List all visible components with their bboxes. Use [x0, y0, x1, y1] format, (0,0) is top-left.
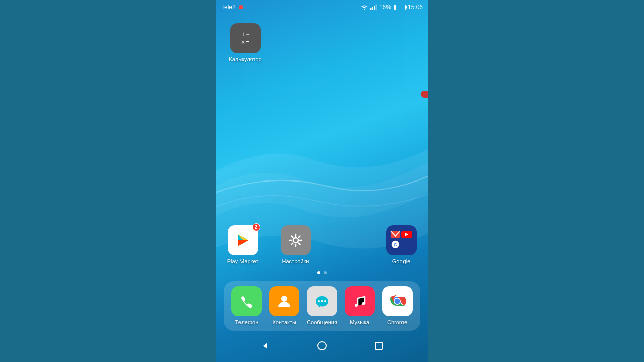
svg-point-17 — [321, 300, 323, 302]
back-icon — [260, 341, 270, 351]
google-label: Google — [392, 258, 410, 265]
recents-icon — [374, 341, 383, 350]
svg-rect-3 — [374, 6, 375, 10]
main-apps-row: 2 Play Маркет — [221, 225, 423, 265]
calc-times: × — [241, 39, 245, 46]
play-market-icon[interactable]: 2 — [228, 225, 258, 255]
edge-notification-dot — [421, 90, 428, 98]
messages-label: Сообщения — [307, 319, 337, 326]
music-label: Музыка — [350, 319, 369, 326]
carrier-name: Tele2 — [221, 4, 236, 11]
top-icons-area: + − × = Калькулятор — [216, 14, 428, 63]
right-panel — [428, 0, 644, 362]
svg-point-20 — [362, 302, 365, 305]
home-content: + − × = Калькулятор 2 — [216, 14, 428, 362]
contacts-icon-svg — [275, 292, 293, 310]
nav-bar — [221, 335, 423, 357]
wifi-icon — [360, 4, 368, 10]
svg-rect-4 — [375, 4, 377, 10]
music-icon[interactable] — [345, 286, 375, 316]
phone-icon-svg — [237, 292, 256, 310]
calculator-icon-grid: + − × = — [237, 27, 253, 50]
svg-point-9 — [293, 238, 298, 243]
signal-icon — [370, 4, 377, 10]
app-phone[interactable]: Телефон — [228, 286, 266, 326]
back-button[interactable] — [258, 338, 273, 353]
messages-icon-svg — [313, 292, 331, 310]
app-music[interactable]: Музыка — [341, 286, 378, 326]
svg-point-18 — [324, 300, 326, 302]
svg-rect-2 — [372, 7, 373, 11]
svg-point-26 — [318, 342, 326, 350]
app-google[interactable]: G Google — [382, 225, 420, 265]
battery-fill — [395, 5, 396, 10]
play-market-label: Play Маркет — [227, 258, 259, 265]
svg-rect-1 — [370, 8, 372, 10]
svg-point-24 — [394, 298, 400, 304]
app-chrome[interactable]: Chrome — [378, 286, 416, 326]
play-market-badge: 2 — [252, 223, 260, 231]
app-play-market[interactable]: 2 Play Маркет — [224, 225, 262, 265]
calculator-icon[interactable]: + − × = — [230, 23, 261, 53]
page-dot-1 — [317, 271, 320, 274]
page-indicators — [221, 271, 423, 274]
svg-rect-27 — [375, 342, 382, 349]
settings-label: Настройки — [282, 258, 309, 265]
settings-icon[interactable] — [281, 225, 311, 255]
google-icon-svg: G — [389, 228, 414, 253]
status-right: 16% 15:06 — [360, 4, 423, 11]
dock-area: 2 Play Маркет — [216, 225, 428, 362]
home-button[interactable] — [314, 338, 330, 353]
settings-icon-svg — [287, 231, 305, 249]
home-icon — [316, 340, 328, 351]
calc-minus: − — [246, 31, 250, 38]
phone-frame: Tele2 16% 15:06 — [216, 0, 428, 362]
middle-space — [216, 63, 428, 225]
app-contacts[interactable]: Контакты — [266, 286, 303, 326]
messages-icon[interactable] — [307, 286, 337, 316]
left-panel — [0, 0, 216, 362]
svg-point-19 — [355, 304, 358, 307]
carrier-notification — [239, 5, 243, 9]
clock: 15:06 — [408, 4, 423, 11]
google-icon[interactable]: G — [386, 225, 417, 255]
calc-plus: + — [241, 31, 245, 38]
svg-text:G: G — [393, 242, 397, 247]
svg-marker-7 — [238, 240, 248, 246]
battery-icon — [394, 5, 406, 10]
bottom-dock: Телефон Контакты — [224, 281, 420, 331]
chrome-icon-svg — [387, 291, 408, 311]
svg-point-15 — [281, 296, 287, 302]
calculator-label: Калькулятор — [229, 56, 261, 63]
app-messages[interactable]: Сообщения — [303, 286, 341, 326]
status-left: Tele2 — [221, 4, 243, 11]
chrome-icon[interactable] — [382, 286, 413, 316]
contacts-icon[interactable] — [269, 286, 299, 316]
app-settings[interactable]: Настройки — [277, 225, 314, 265]
svg-marker-25 — [263, 343, 267, 349]
chrome-label: Chrome — [387, 319, 407, 326]
phone-icon[interactable] — [231, 286, 262, 316]
app-calculator[interactable]: + − × = Калькулятор — [226, 23, 264, 63]
recents-button[interactable] — [371, 338, 386, 353]
contacts-label: Контакты — [272, 319, 296, 326]
page-dot-2 — [324, 271, 327, 274]
svg-point-0 — [364, 9, 365, 10]
play-market-icon-svg — [234, 231, 252, 249]
status-bar: Tele2 16% 15:06 — [216, 0, 428, 14]
battery-percent: 16% — [379, 4, 391, 11]
svg-point-16 — [318, 300, 320, 302]
music-icon-svg — [351, 292, 369, 310]
phone-label: Телефон — [235, 319, 259, 326]
calc-equals: = — [246, 39, 250, 46]
